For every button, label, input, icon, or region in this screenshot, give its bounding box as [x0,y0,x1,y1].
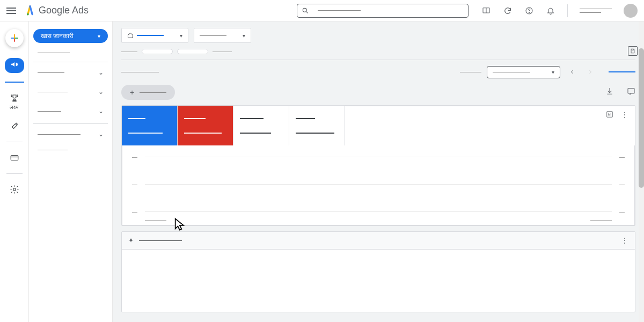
sidebar-item-1[interactable] [33,49,108,56]
svg-rect-7 [628,89,634,93]
caret-down-icon: ▾ [180,33,182,39]
content: ▾ ▾ ▾ [113,21,644,322]
plus-icon [10,33,19,43]
toolbar: ▾ ▾ [121,28,635,43]
rail-billing[interactable] [10,153,19,163]
next-button[interactable] [584,65,597,78]
metric-cards: ⋮ [122,106,635,145]
filter-text [213,48,232,54]
axis-tick: — [132,181,145,187]
view-toggle[interactable] [609,71,635,72]
axis-label-end [590,220,612,221]
chart-settings-icon[interactable] [606,111,613,120]
date-range-dropdown[interactable]: ▾ [487,66,560,78]
axis-tick: — [132,154,145,160]
page-title-placeholder [121,72,159,72]
axis-tick: — [132,209,145,215]
app-header: Google Ads [0,0,644,21]
caret-down-icon: ▾ [552,69,554,75]
chevron-down-icon: ⌄ [98,88,104,96]
help-icon[interactable] [524,6,534,16]
svg-point-1 [303,8,306,12]
google-ads-icon [25,5,35,16]
chevron-down-icon: ▾ [98,33,100,39]
menu-icon[interactable] [6,6,16,16]
chevron-down-icon: ⌄ [98,130,104,138]
control-row: ▾ [121,65,635,78]
sidebar-item-5[interactable]: ⌄ [33,127,108,141]
rail-goals[interactable]: लक्ष्य [10,93,19,111]
plus-icon: + [130,88,134,97]
sidebar: खास जानकारी ▾ ⌄ ⌄ ⌄ ⌄ [29,21,113,322]
metric-card-3[interactable] [233,106,289,145]
sidebar-item-3[interactable]: ⌄ [33,85,108,99]
filter-row [121,48,635,60]
home-icon [127,32,134,39]
svg-point-4 [529,12,529,12]
kebab-icon[interactable]: ⋮ [621,236,628,245]
sparkle-icon: ✦ [128,237,134,244]
axis-tick: — [612,209,625,215]
prev-button[interactable] [566,65,579,78]
search-input[interactable] [297,4,469,18]
avatar[interactable] [624,4,638,18]
rail-campaigns[interactable] [5,58,24,83]
kebab-icon[interactable]: ⋮ [621,111,628,119]
card-icon [10,153,19,163]
axis-tick: — [612,181,625,187]
scope-dropdown[interactable]: ▾ [121,28,188,43]
filter-chip-2[interactable] [177,49,208,54]
create-button[interactable] [5,29,24,47]
rail-goals-label: लक्ष्य [10,104,19,111]
filter-label [121,48,137,54]
metric-card-4[interactable] [289,106,345,145]
scrollbar-track[interactable] [639,21,644,322]
sidebar-item-6[interactable] [33,147,108,153]
metric-card-1[interactable] [122,106,178,145]
overview-button[interactable]: खास जानकारी ▾ [33,29,108,43]
svg-rect-5 [11,156,18,160]
sidebar-item-2[interactable]: ⌄ [33,65,108,79]
account-label[interactable] [580,9,612,13]
filter-chip-1[interactable] [142,49,173,54]
rail-tools[interactable] [10,121,19,131]
axis-tick: — [612,154,625,160]
axis-label-start [145,220,166,221]
chevron-down-icon: ⌄ [98,107,104,115]
svg-point-6 [13,188,16,191]
add-button[interactable]: + [121,85,175,100]
appearance-icon[interactable] [481,6,491,16]
chevron-down-icon: ⌄ [98,69,104,76]
chart: — — — — — — [122,145,635,225]
feedback-icon[interactable] [627,87,635,98]
refresh-icon[interactable] [503,6,513,16]
logo[interactable]: Google Ads [25,5,89,16]
megaphone-icon [10,60,19,69]
header-actions [481,4,638,18]
trophy-icon [10,93,19,103]
icon-rail: लक्ष्य [0,21,29,322]
notifications-icon[interactable] [546,6,555,16]
search-icon [302,7,309,14]
gear-icon [10,185,19,194]
insights-title [139,240,182,241]
logo-text: Google Ads [39,5,89,16]
insights-card: ✦ ⋮ [121,231,635,312]
secondary-dropdown[interactable]: ▾ [194,28,251,43]
rail-admin[interactable] [10,185,19,194]
wrench-icon [10,121,19,131]
caret-down-icon: ▾ [243,33,245,39]
svg-point-0 [27,13,29,15]
save-icon[interactable] [628,46,638,56]
download-icon[interactable] [605,87,614,98]
add-row: + [121,85,635,100]
metric-card-2[interactable] [178,106,233,145]
scrollbar-thumb[interactable] [639,48,644,188]
compare-label [460,72,481,72]
sidebar-item-4[interactable]: ⌄ [33,104,108,118]
overview-label: खास जानकारी [41,32,74,40]
